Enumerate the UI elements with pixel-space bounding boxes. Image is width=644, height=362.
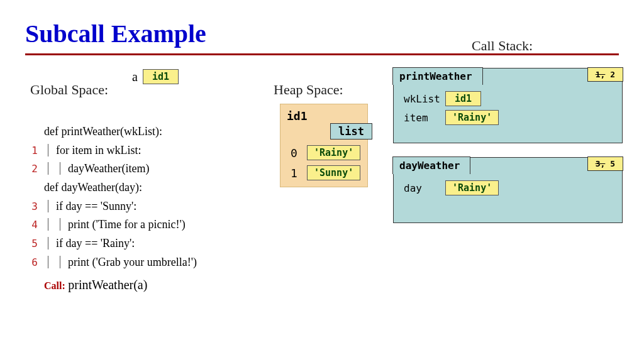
heap-slot: 0 'Rainy' [284,145,364,160]
line-number: 6 [25,255,38,271]
code-text: if day == 'Sunny': [56,200,136,212]
global-variable: a id1 [132,69,179,84]
code-text: if day == 'Rainy': [56,237,135,250]
global-space-heading: Global Space: [30,82,108,98]
heap-object: id1 list 0 'Rainy' 1 'Sunny' [280,104,368,187]
frame-var-value: id1 [445,91,481,106]
stack-frame-dayweather: dayWeather 3, 5 day 'Rainy' [393,157,623,223]
code-block: def printWeather(wkList): 1for item in w… [25,123,197,295]
line-number: 4 [25,217,38,233]
heap-slot-index: 0 [291,146,301,160]
code-text: def printWeather(wkList): [44,125,162,138]
heap-object-type: list [330,123,372,140]
code-text: for item in wkList: [56,144,141,156]
line-number: 3 [25,199,38,215]
heap-slot: 1 'Sunny' [284,165,364,180]
frame-step: 3, 5 [587,156,623,171]
frame-step: 1, 2 [587,67,623,82]
frame-var-name: wkList [404,93,439,105]
heap-object-id: id1 [284,108,364,124]
line-number: 2 [25,161,38,177]
code-text: print ('Grab your umbrella!') [68,256,197,268]
frame-var-name: item [404,112,439,124]
frame-var-name: day [404,182,439,194]
heap-slot-value: 'Rainy' [307,145,360,160]
heap-slot-value: 'Sunny' [307,165,360,180]
frame-var-value: 'Rainy' [445,180,499,195]
line-number: 1 [25,143,38,159]
code-text: def dayWeather(day): [44,181,142,194]
call-expression: printWeather(a) [68,278,147,292]
frame-var: day 'Rainy' [404,180,617,195]
code-text: dayWeather(item) [68,162,149,175]
frame-name: printWeather [392,67,483,85]
callstack-heading: Call Stack: [472,38,533,54]
heap-space-heading: Heap Space: [274,82,343,98]
line-number: 5 [25,236,38,252]
frame-var-value: 'Rainy' [445,110,499,125]
global-var-value: id1 [143,69,179,84]
code-text: print ('Time for a picnic!') [68,218,186,231]
call-label: Call: [44,280,65,291]
frame-name: dayWeather [392,156,470,174]
heap-slot-index: 1 [291,167,301,180]
global-var-name: a [132,70,138,84]
frame-var: item 'Rainy' [404,110,617,125]
stack-frame-printweather: printWeather 1, 2 wkList id1 item 'Rainy… [393,68,623,143]
frame-var: wkList id1 [404,91,617,106]
